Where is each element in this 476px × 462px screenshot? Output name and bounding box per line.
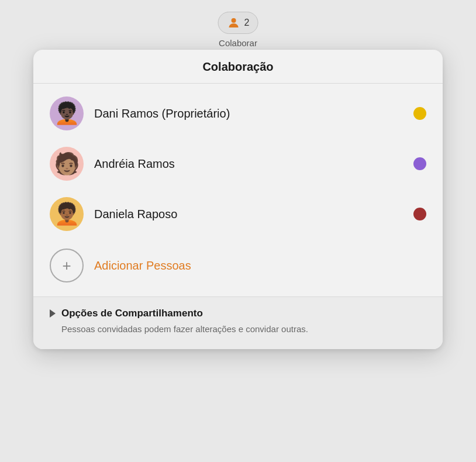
- add-person-row[interactable]: + Adicionar Pessoas: [33, 239, 443, 292]
- list-item[interactable]: 🧑🏽 Andréia Ramos: [33, 139, 443, 189]
- panel-title: Colaboração: [202, 60, 273, 73]
- chevron-right-icon: [50, 309, 56, 318]
- status-dot: [413, 107, 426, 120]
- avatar: 🧑🏿‍🦱: [50, 96, 84, 130]
- list-item[interactable]: 🧑🏿‍🦱 Dani Ramos (Proprietário): [33, 88, 443, 139]
- status-dot: [413, 157, 426, 170]
- add-person-label[interactable]: Adicionar Pessoas: [94, 259, 191, 273]
- person-name: Daniela Raposo: [94, 208, 403, 221]
- collab-partial-label: Colaborar: [219, 38, 257, 48]
- person-name: Dani Ramos (Proprietário): [94, 107, 403, 120]
- add-person-circle-icon[interactable]: +: [50, 249, 84, 282]
- collaboration-panel: Colaboração 🧑🏿‍🦱 Dani Ramos (Proprietári…: [33, 50, 443, 349]
- avatar: 🧑🏾‍🦱: [50, 197, 84, 231]
- list-item[interactable]: 🧑🏾‍🦱 Daniela Raposo: [33, 189, 443, 239]
- person-icon: [227, 16, 241, 30]
- collaborator-count: 2: [244, 18, 250, 28]
- sharing-title: Opções de Compartilhamento: [61, 308, 203, 319]
- people-list: 🧑🏿‍🦱 Dani Ramos (Proprietário) 🧑🏽 Andréi…: [33, 84, 443, 297]
- svg-point-0: [232, 18, 236, 23]
- sharing-section[interactable]: Opções de Compartilhamento Pessoas convi…: [33, 297, 443, 349]
- sharing-header[interactable]: Opções de Compartilhamento: [50, 308, 426, 319]
- collaborate-button[interactable]: 2: [218, 12, 258, 34]
- panel-header: Colaboração: [33, 50, 443, 84]
- person-name: Andréia Ramos: [94, 157, 403, 171]
- sharing-description: Pessoas convidadas podem fazer alteraçõe…: [50, 323, 426, 336]
- status-dot: [413, 208, 426, 220]
- avatar: 🧑🏽: [50, 147, 84, 181]
